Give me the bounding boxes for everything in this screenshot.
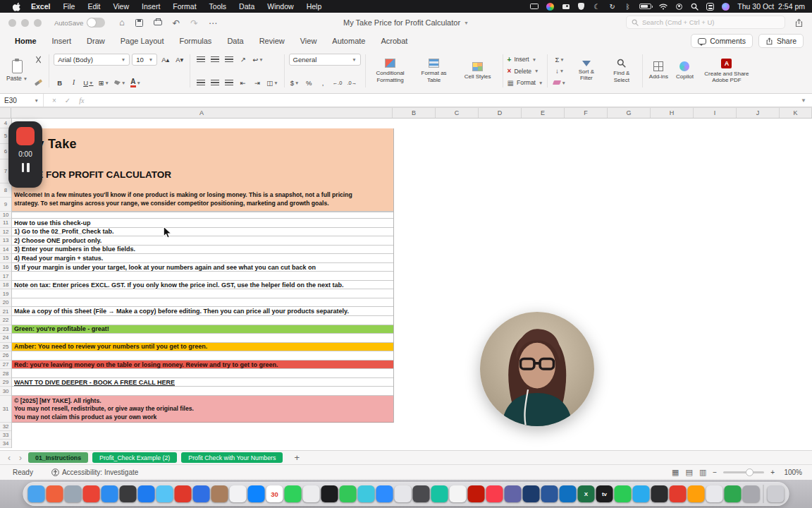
sort-filter-button[interactable]: Sort & Filter	[570, 53, 603, 89]
dock-app-word-blue-icon[interactable]	[541, 485, 558, 502]
dock-settings-gear-icon[interactable]	[743, 485, 760, 502]
menu-bar-clock[interactable]: Thu 30 Oct 2:54 pm	[737, 2, 805, 11]
user-icon[interactable]	[675, 4, 683, 10]
currency-format-button[interactable]: $▼	[289, 77, 301, 88]
dock-app-red-2-icon[interactable]	[670, 485, 687, 502]
dock-app-brown-icon[interactable]	[211, 485, 228, 502]
sheet-row-16[interactable]: 5) If your margin is under your target, …	[12, 263, 393, 272]
font-color-button[interactable]: A▼	[129, 77, 142, 88]
ribbon-tab-formulas[interactable]: Formulas	[172, 35, 220, 47]
row-header-34[interactable]: 34	[0, 440, 11, 448]
menu-view[interactable]: View	[106, 2, 135, 11]
row-header-23[interactable]: 23	[0, 325, 11, 334]
dock-app-charcoal-icon[interactable]	[413, 485, 430, 502]
ribbon-tab-view[interactable]: View	[293, 35, 325, 47]
conditional-formatting-button[interactable]: Conditional Formatting	[370, 53, 411, 89]
zoom-out-button[interactable]: −	[713, 468, 717, 476]
row-header-29[interactable]: 29	[0, 378, 11, 387]
ribbon-tab-home[interactable]: Home	[7, 35, 44, 47]
find-select-button[interactable]: Find & Select	[605, 53, 638, 89]
dock-app-darkgray-icon[interactable]	[120, 485, 137, 502]
borders-button[interactable]: ⊞▼	[97, 77, 111, 88]
dock-app-compass-blue-icon[interactable]	[102, 485, 118, 502]
sheet-row-19[interactable]	[12, 289, 393, 298]
row-header-14[interactable]: 14	[0, 246, 11, 255]
dock-app-lightgray-icon[interactable]	[395, 485, 412, 502]
align-middle-button[interactable]	[209, 54, 221, 65]
document-title[interactable]: My Take Price for Profit Calculator▼	[343, 13, 469, 32]
align-bottom-button[interactable]	[223, 54, 235, 65]
shield-icon[interactable]	[577, 3, 585, 10]
sheet-row-20[interactable]	[12, 298, 393, 308]
control-center-icon[interactable]	[706, 3, 714, 11]
dock-app-orange-red-icon[interactable]	[47, 485, 63, 502]
page-break-view-icon[interactable]: ▥	[699, 468, 706, 477]
row-header-33[interactable]: 33	[0, 431, 11, 440]
ribbon-tab-automate[interactable]: Automate	[324, 35, 373, 47]
select-all-corner[interactable]	[0, 108, 11, 118]
decrease-indent-button[interactable]: ⇤	[237, 77, 249, 88]
screen-recorder-widget[interactable]: 0:00	[8, 121, 42, 188]
bold-button[interactable]: B	[54, 77, 66, 88]
zoom-slider-knob[interactable]	[746, 468, 753, 476]
dock-app-red-icon[interactable]	[175, 485, 192, 502]
align-center-button[interactable]	[209, 77, 221, 88]
font-size-select[interactable]: 10▼	[132, 54, 157, 66]
add-sheet-button[interactable]: +	[294, 452, 300, 463]
delete-cells-button[interactable]: ×Delete▼	[508, 66, 543, 77]
sheet-row-11[interactable]: How to use this check-up	[12, 219, 393, 228]
close-window-icon[interactable]	[8, 19, 16, 27]
dock-trash-icon[interactable]	[768, 485, 785, 502]
sheet-row-21[interactable]: Make a copy of this Sheet (File → Make a…	[12, 307, 393, 316]
wrap-text-button[interactable]: ↩▼	[251, 54, 264, 65]
increase-decimal-button[interactable]: ←.0	[331, 77, 344, 88]
sheet-row-30[interactable]	[12, 387, 393, 396]
decrease-decimal-button[interactable]: .0→	[345, 77, 358, 88]
battery-icon[interactable]	[639, 4, 651, 9]
sheet-row-27[interactable]: Red: you're leaving money on the table o…	[12, 361, 393, 370]
stop-recording-button[interactable]	[16, 127, 35, 145]
adobe-pdf-button[interactable]: Create and Share Adobe PDF	[699, 53, 754, 89]
row-header-13[interactable]: 13	[0, 236, 11, 246]
sheet-row-12[interactable]: 1) Go to the 02_Profit_Check tab.	[12, 228, 393, 237]
column-header-I[interactable]: I	[694, 108, 737, 118]
moon-icon[interactable]: ☾	[593, 3, 601, 11]
sheet-row-14[interactable]: 3) Enter your numbers in the blue fields…	[12, 246, 393, 255]
ribbon-tab-acrobat[interactable]: Acrobat	[373, 35, 415, 47]
row-header-21[interactable]: 21	[0, 307, 11, 316]
sheet-row-23[interactable]: Green: you're profitable - great!	[12, 325, 393, 334]
cell-styles-button[interactable]: Cell Styles	[457, 53, 498, 89]
previous-sheet-icon[interactable]: ‹	[6, 453, 13, 463]
dock-app-green-4-icon[interactable]	[725, 485, 742, 502]
dock-excel-icon[interactable]: X	[578, 485, 595, 502]
zoom-percentage[interactable]: 100%	[781, 468, 802, 476]
row-header-16[interactable]: 16	[0, 263, 11, 272]
row-header-11[interactable]: 11	[0, 219, 11, 228]
dock-app-blue-2-icon[interactable]	[248, 485, 265, 502]
name-box[interactable]: E30▼	[0, 94, 44, 107]
siri-icon[interactable]	[722, 3, 730, 11]
zoom-in-button[interactable]: +	[770, 468, 775, 476]
page-layout-view-icon[interactable]: ▤	[686, 468, 693, 477]
sheet-row-24[interactable]	[12, 334, 393, 343]
menu-format[interactable]: Format	[166, 2, 202, 11]
menu-edit[interactable]: Edit	[81, 2, 106, 11]
autosum-button[interactable]: Σ▼	[552, 54, 567, 65]
row-header-17[interactable]: 17	[0, 272, 11, 281]
dock-app-blue-3-icon[interactable]	[376, 485, 393, 502]
sheet-row-28[interactable]	[12, 369, 393, 378]
format-painter-button[interactable]	[32, 77, 44, 88]
sheet-row-17[interactable]	[12, 272, 393, 281]
sheet-tab-profit-check-example-2[interactable]: Profit_Check Example (2)	[92, 452, 177, 463]
redo-icon[interactable]: ↷	[190, 18, 197, 28]
column-header-G[interactable]: G	[608, 108, 651, 118]
ribbon-tab-data[interactable]: Data	[219, 35, 251, 47]
clear-button[interactable]: ▼	[552, 77, 567, 88]
row-header-26[interactable]: 26	[0, 351, 11, 361]
dock-app-teal-icon[interactable]	[431, 485, 448, 502]
italic-button[interactable]: I	[68, 77, 80, 88]
column-header-K[interactable]: K	[780, 108, 812, 118]
row-header-9[interactable]: 9	[0, 198, 11, 212]
menu-file[interactable]: File	[56, 2, 81, 11]
row-header-12[interactable]: 12	[0, 228, 11, 237]
